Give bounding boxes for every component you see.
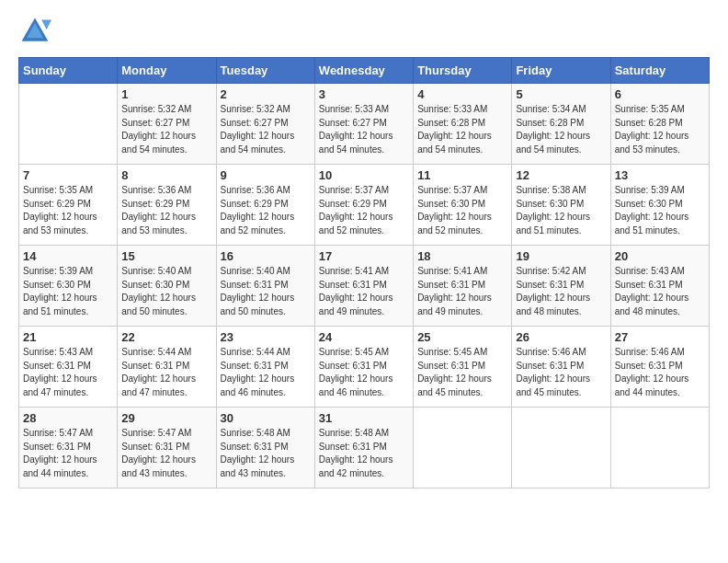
calendar-cell: 21Sunrise: 5:43 AM Sunset: 6:31 PM Dayli… [19,327,118,408]
day-info: Sunrise: 5:35 AM Sunset: 6:29 PM Dayligh… [23,184,113,237]
logo-icon [18,15,51,48]
header [18,15,710,48]
calendar-cell: 14Sunrise: 5:39 AM Sunset: 6:30 PM Dayli… [19,246,118,327]
day-header-wednesday: Wednesday [314,58,413,84]
calendar-cell: 20Sunrise: 5:43 AM Sunset: 6:31 PM Dayli… [610,246,709,327]
day-info: Sunrise: 5:45 AM Sunset: 6:31 PM Dayligh… [417,346,507,399]
day-info: Sunrise: 5:32 AM Sunset: 6:27 PM Dayligh… [221,103,311,156]
calendar-cell: 11Sunrise: 5:37 AM Sunset: 6:30 PM Dayli… [414,165,512,246]
day-info: Sunrise: 5:39 AM Sunset: 6:30 PM Dayligh… [23,265,113,318]
calendar-cell: 15Sunrise: 5:40 AM Sunset: 6:30 PM Dayli… [118,246,216,327]
calendar-cell: 29Sunrise: 5:47 AM Sunset: 6:31 PM Dayli… [118,408,216,488]
calendar-header-row: SundayMondayTuesdayWednesdayThursdayFrid… [19,58,710,84]
day-number: 24 [319,330,409,344]
calendar-cell: 24Sunrise: 5:45 AM Sunset: 6:31 PM Dayli… [314,327,413,408]
day-info: Sunrise: 5:44 AM Sunset: 6:31 PM Dayligh… [221,346,311,399]
calendar-cell: 16Sunrise: 5:40 AM Sunset: 6:31 PM Dayli… [216,246,314,327]
week-row-3: 14Sunrise: 5:39 AM Sunset: 6:30 PM Dayli… [19,246,710,327]
calendar-cell: 4Sunrise: 5:33 AM Sunset: 6:28 PM Daylig… [414,84,512,165]
calendar-cell [512,408,610,488]
day-header-sunday: Sunday [19,58,118,84]
day-info: Sunrise: 5:40 AM Sunset: 6:30 PM Dayligh… [121,265,211,318]
day-number: 29 [121,411,211,425]
day-info: Sunrise: 5:47 AM Sunset: 6:31 PM Dayligh… [121,427,211,480]
calendar-cell [610,408,709,488]
calendar-cell: 9Sunrise: 5:36 AM Sunset: 6:29 PM Daylig… [216,165,314,246]
calendar-cell: 25Sunrise: 5:45 AM Sunset: 6:31 PM Dayli… [414,327,512,408]
day-number: 23 [221,330,311,344]
calendar-cell: 30Sunrise: 5:48 AM Sunset: 6:31 PM Dayli… [216,408,314,488]
day-info: Sunrise: 5:46 AM Sunset: 6:31 PM Dayligh… [615,346,705,399]
day-info: Sunrise: 5:43 AM Sunset: 6:31 PM Dayligh… [23,346,113,399]
calendar-cell: 6Sunrise: 5:35 AM Sunset: 6:28 PM Daylig… [610,84,709,165]
day-info: Sunrise: 5:48 AM Sunset: 6:31 PM Dayligh… [319,427,409,480]
day-number: 31 [319,411,409,425]
day-header-monday: Monday [118,58,216,84]
day-number: 15 [121,249,211,263]
day-number: 7 [23,168,113,182]
logo [18,15,55,48]
day-number: 12 [516,168,606,182]
day-info: Sunrise: 5:45 AM Sunset: 6:31 PM Dayligh… [319,346,409,399]
day-header-thursday: Thursday [414,58,512,84]
calendar-cell: 13Sunrise: 5:39 AM Sunset: 6:30 PM Dayli… [610,165,709,246]
day-number: 18 [417,249,507,263]
day-info: Sunrise: 5:37 AM Sunset: 6:29 PM Dayligh… [319,184,409,237]
calendar-cell [414,408,512,488]
day-number: 22 [121,330,211,344]
week-row-5: 28Sunrise: 5:47 AM Sunset: 6:31 PM Dayli… [19,408,710,488]
day-info: Sunrise: 5:37 AM Sunset: 6:30 PM Dayligh… [417,184,507,237]
day-info: Sunrise: 5:36 AM Sunset: 6:29 PM Dayligh… [121,184,211,237]
calendar-cell: 12Sunrise: 5:38 AM Sunset: 6:30 PM Dayli… [512,165,610,246]
calendar-cell: 7Sunrise: 5:35 AM Sunset: 6:29 PM Daylig… [19,165,118,246]
day-info: Sunrise: 5:42 AM Sunset: 6:31 PM Dayligh… [516,265,606,318]
day-info: Sunrise: 5:39 AM Sunset: 6:30 PM Dayligh… [615,184,705,237]
day-info: Sunrise: 5:41 AM Sunset: 6:31 PM Dayligh… [417,265,507,318]
day-info: Sunrise: 5:36 AM Sunset: 6:29 PM Dayligh… [221,184,311,237]
day-number: 28 [23,411,113,425]
calendar-cell: 23Sunrise: 5:44 AM Sunset: 6:31 PM Dayli… [216,327,314,408]
day-info: Sunrise: 5:35 AM Sunset: 6:28 PM Dayligh… [615,103,705,156]
week-row-2: 7Sunrise: 5:35 AM Sunset: 6:29 PM Daylig… [19,165,710,246]
day-info: Sunrise: 5:33 AM Sunset: 6:27 PM Dayligh… [319,103,409,156]
day-header-saturday: Saturday [610,58,709,84]
calendar-cell: 8Sunrise: 5:36 AM Sunset: 6:29 PM Daylig… [118,165,216,246]
calendar-cell: 31Sunrise: 5:48 AM Sunset: 6:31 PM Dayli… [314,408,413,488]
day-number: 9 [221,168,311,182]
day-header-friday: Friday [512,58,610,84]
day-info: Sunrise: 5:38 AM Sunset: 6:30 PM Dayligh… [516,184,606,237]
calendar-cell: 2Sunrise: 5:32 AM Sunset: 6:27 PM Daylig… [216,84,314,165]
day-number: 19 [516,249,606,263]
calendar-cell: 18Sunrise: 5:41 AM Sunset: 6:31 PM Dayli… [414,246,512,327]
calendar-table: SundayMondayTuesdayWednesdayThursdayFrid… [18,57,710,488]
day-info: Sunrise: 5:40 AM Sunset: 6:31 PM Dayligh… [221,265,311,318]
day-number: 20 [615,249,705,263]
day-info: Sunrise: 5:41 AM Sunset: 6:31 PM Dayligh… [319,265,409,318]
calendar-cell: 22Sunrise: 5:44 AM Sunset: 6:31 PM Dayli… [118,327,216,408]
day-info: Sunrise: 5:44 AM Sunset: 6:31 PM Dayligh… [121,346,211,399]
day-number: 3 [319,87,409,101]
day-number: 21 [23,330,113,344]
day-number: 5 [516,87,606,101]
calendar-cell: 10Sunrise: 5:37 AM Sunset: 6:29 PM Dayli… [314,165,413,246]
calendar-cell: 26Sunrise: 5:46 AM Sunset: 6:31 PM Dayli… [512,327,610,408]
day-header-tuesday: Tuesday [216,58,314,84]
day-number: 16 [221,249,311,263]
svg-marker-2 [41,19,51,29]
day-info: Sunrise: 5:48 AM Sunset: 6:31 PM Dayligh… [221,427,311,480]
calendar-cell: 5Sunrise: 5:34 AM Sunset: 6:28 PM Daylig… [512,84,610,165]
calendar-cell: 27Sunrise: 5:46 AM Sunset: 6:31 PM Dayli… [610,327,709,408]
page: SundayMondayTuesdayWednesdayThursdayFrid… [0,0,728,563]
day-number: 6 [615,87,705,101]
day-number: 26 [516,330,606,344]
calendar-cell: 28Sunrise: 5:47 AM Sunset: 6:31 PM Dayli… [19,408,118,488]
day-number: 2 [221,87,311,101]
calendar-cell: 17Sunrise: 5:41 AM Sunset: 6:31 PM Dayli… [314,246,413,327]
day-info: Sunrise: 5:46 AM Sunset: 6:31 PM Dayligh… [516,346,606,399]
day-number: 30 [221,411,311,425]
day-number: 17 [319,249,409,263]
day-info: Sunrise: 5:43 AM Sunset: 6:31 PM Dayligh… [615,265,705,318]
calendar-cell: 1Sunrise: 5:32 AM Sunset: 6:27 PM Daylig… [118,84,216,165]
calendar-cell: 19Sunrise: 5:42 AM Sunset: 6:31 PM Dayli… [512,246,610,327]
week-row-1: 1Sunrise: 5:32 AM Sunset: 6:27 PM Daylig… [19,84,710,165]
